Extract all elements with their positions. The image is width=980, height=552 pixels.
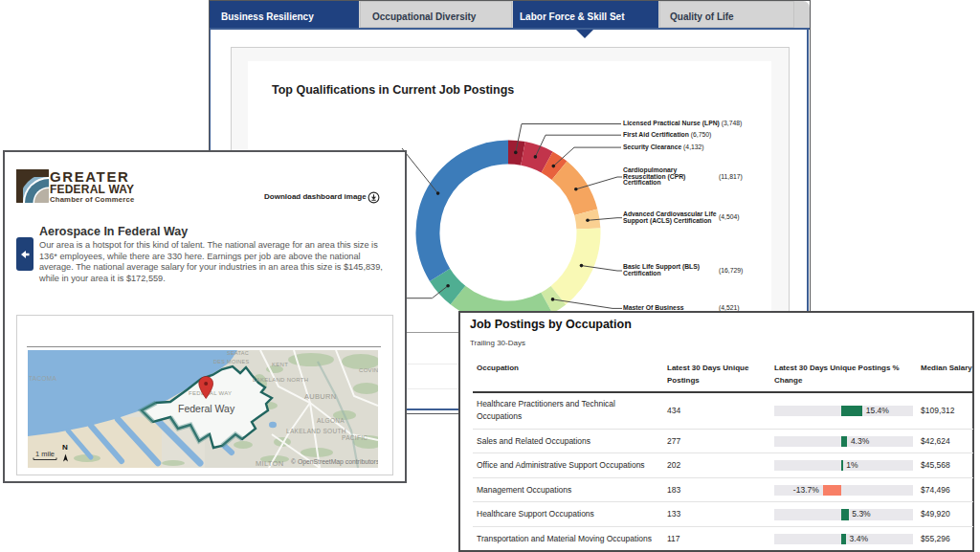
svg-text:ALGONA: ALGONA: [317, 417, 345, 424]
svg-text:1 mile: 1 mile: [35, 450, 55, 458]
svg-text:Federal Way: Federal Way: [178, 403, 235, 414]
svg-text:COVINGT: COVINGT: [359, 367, 378, 373]
svg-text:N: N: [62, 443, 68, 452]
svg-text:MILTON: MILTON: [256, 459, 283, 468]
svg-text:© OpenStreetMap contributors: © OpenStreetMap contributors: [291, 458, 378, 466]
svg-text:LAKELAND NORTH: LAKELAND NORTH: [253, 377, 308, 383]
svg-text:LAKELAND SOUTH: LAKELAND SOUTH: [286, 428, 346, 434]
svg-text:SEATAC: SEATAC: [227, 350, 249, 356]
svg-text:TACOMA: TACOMA: [29, 375, 56, 382]
svg-text:AUBURN: AUBURN: [304, 392, 336, 401]
svg-text:DES MOINES: DES MOINES: [213, 359, 250, 364]
svg-text:KENT: KENT: [272, 362, 288, 367]
svg-text:PACIFIC: PACIFIC: [342, 434, 368, 441]
